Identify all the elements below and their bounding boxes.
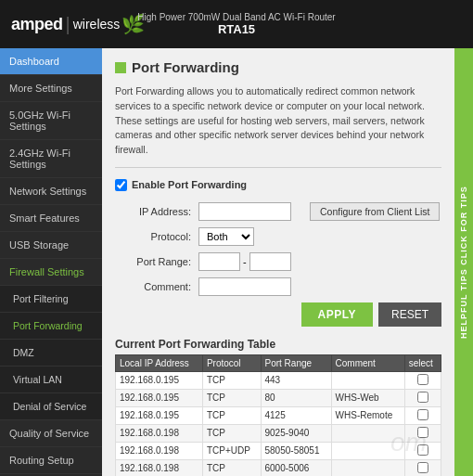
col-protocol: Protocol xyxy=(202,354,261,371)
page-title: Port Forwarding xyxy=(132,59,239,75)
cell-select[interactable] xyxy=(404,442,441,459)
cell-port-range: 58050-58051 xyxy=(261,442,331,459)
cell-select[interactable] xyxy=(404,389,441,406)
sidebar-item-network[interactable]: Network Settings xyxy=(0,178,102,205)
comment-label: Comment: xyxy=(115,281,198,292)
col-select: select xyxy=(404,354,441,371)
port-range-row: Port Range: - xyxy=(115,252,441,271)
cell-comment: WHS-Remote xyxy=(331,406,404,424)
cell-protocol: TCP xyxy=(202,459,261,476)
table-row: 192.168.0.198 TCP 6000-5006 xyxy=(116,459,441,476)
row-checkbox[interactable] xyxy=(417,374,428,385)
main-layout: Dashboard More Settings 5.0GHz Wi-Fi Set… xyxy=(0,48,473,476)
table-title: Current Port Forwarding Table xyxy=(115,338,441,351)
cell-protocol: TCP+UDP xyxy=(202,442,261,459)
tip-bar[interactable]: HELPFUL TIPS CLICK FOR TIPS xyxy=(454,48,473,476)
cell-select[interactable] xyxy=(404,406,441,424)
configure-from-client-btn[interactable]: Configure from Client List xyxy=(310,202,440,221)
page-title-bar: Port Forwarding xyxy=(115,59,441,75)
sidebar-item-port-filtering[interactable]: Port Filtering xyxy=(0,286,102,313)
header-center: High Power 700mW Dual Band AC Wi-Fi Rout… xyxy=(137,12,335,36)
port-dash: - xyxy=(243,256,247,267)
table-row: 192.168.0.198 TCP 9025-9040 xyxy=(116,424,441,442)
table-row: 192.168.0.195 TCP 443 xyxy=(116,371,441,389)
sidebar-item-usb[interactable]: USB Storage xyxy=(0,232,102,259)
row-checkbox[interactable] xyxy=(417,427,428,438)
sidebar-label-dos: Denial of Service xyxy=(13,401,86,412)
sidebar-label-24ghz: 2.4GHz Wi-Fi Settings xyxy=(9,148,70,170)
cell-port-range: 6000-5006 xyxy=(261,459,331,476)
cell-ip: 192.168.0.195 xyxy=(116,389,203,406)
action-buttons: APPLY RESET xyxy=(115,302,441,327)
logo-divider: | xyxy=(66,14,70,35)
cell-ip: 192.168.0.198 xyxy=(116,424,203,442)
sidebar-item-dos[interactable]: Denial of Service xyxy=(0,393,102,420)
sidebar-label-more: More Settings xyxy=(9,83,72,94)
cell-comment xyxy=(331,459,404,476)
port-range-end[interactable] xyxy=(249,252,291,271)
table-row: 192.168.0.198 TCP+UDP 58050-58051 xyxy=(116,442,441,459)
cell-port-range: 443 xyxy=(261,371,331,389)
table-row: 192.168.0.195 TCP 80 WHS-Web xyxy=(116,389,441,406)
row-checkbox[interactable] xyxy=(417,444,428,456)
row-checkbox[interactable] xyxy=(417,462,428,473)
sidebar-label-firewall: Firewall Settings xyxy=(9,266,84,277)
page-title-icon xyxy=(115,62,126,73)
col-comment: Comment xyxy=(331,354,404,371)
sidebar-label-port-forwarding: Port Forwarding xyxy=(13,320,83,331)
sidebar-item-port-forwarding[interactable]: Port Forwarding xyxy=(0,313,102,340)
sidebar-label-dmz: DMZ xyxy=(13,347,34,358)
sidebar-item-smart[interactable]: Smart Features xyxy=(0,205,102,232)
cell-ip: 192.168.0.195 xyxy=(116,371,203,389)
sidebar-label-smart: Smart Features xyxy=(9,212,80,224)
sidebar-label-usb: USB Storage xyxy=(9,239,69,251)
enable-label: Enable Port Forwarding xyxy=(132,179,247,190)
comment-input[interactable] xyxy=(198,277,291,296)
ip-address-input[interactable] xyxy=(198,202,291,221)
sidebar-item-dmz[interactable]: DMZ xyxy=(0,340,102,367)
cell-port-range: 4125 xyxy=(261,406,331,424)
cell-select[interactable] xyxy=(404,459,441,476)
sidebar-item-24ghz[interactable]: 2.4GHz Wi-Fi Settings xyxy=(0,140,102,178)
cell-select[interactable] xyxy=(404,424,441,442)
sidebar-item-firewall[interactable]: Firewall Settings xyxy=(0,259,102,286)
sidebar-item-5ghz[interactable]: 5.0GHz Wi-Fi Settings xyxy=(0,102,102,140)
sidebar-label-routing: Routing Setup xyxy=(9,455,74,466)
model-number: RTA15 xyxy=(137,22,335,36)
sidebar-item-qos[interactable]: Quality of Service xyxy=(0,420,102,447)
sidebar-item-more-settings[interactable]: More Settings xyxy=(0,75,102,102)
cell-ip: 192.168.0.195 xyxy=(116,406,203,424)
app-container: amped | wireless 🌿 High Power 700mW Dual… xyxy=(0,0,473,476)
apply-button[interactable]: APPLY xyxy=(301,302,373,327)
ip-address-row: IP Address: Configure from Client List xyxy=(115,202,441,221)
table-row: 192.168.0.195 TCP 4125 WHS-Remote xyxy=(116,406,441,424)
header: amped | wireless 🌿 High Power 700mW Dual… xyxy=(0,0,473,48)
row-checkbox[interactable] xyxy=(417,409,428,420)
enable-checkbox[interactable] xyxy=(115,179,127,191)
sidebar-label-5ghz: 5.0GHz Wi-Fi Settings xyxy=(9,109,70,132)
col-ip: Local IP Address xyxy=(116,354,203,371)
logo-main: amped xyxy=(11,15,63,34)
comment-row: Comment: xyxy=(115,277,441,296)
port-range-start[interactable] xyxy=(198,252,240,271)
sidebar-item-routing[interactable]: Routing Setup xyxy=(0,447,102,474)
reset-button[interactable]: RESET xyxy=(378,302,441,327)
page-description: Port Forwarding allows you to automatica… xyxy=(115,84,441,168)
cell-port-range: 80 xyxy=(261,389,331,406)
product-name: High Power 700mW Dual Band AC Wi-Fi Rout… xyxy=(137,12,335,22)
logo-wireless: wireless xyxy=(73,17,121,32)
cell-comment xyxy=(331,424,404,442)
sidebar-label-dashboard: Dashboard xyxy=(9,56,59,67)
cell-protocol: TCP xyxy=(202,371,261,389)
row-checkbox[interactable] xyxy=(417,392,428,403)
sidebar-item-vlan[interactable]: Virtual LAN xyxy=(0,367,102,393)
sidebar-label-vlan: Virtual LAN xyxy=(13,374,62,385)
col-port-range: Port Range xyxy=(261,354,331,371)
cell-protocol: TCP xyxy=(202,424,261,442)
protocol-label: Protocol: xyxy=(115,231,198,242)
sidebar-item-dashboard[interactable]: Dashboard xyxy=(0,48,102,75)
protocol-select[interactable]: Both TCP UDP TCP+UDP xyxy=(198,227,254,246)
cell-comment xyxy=(331,442,404,459)
cell-protocol: TCP xyxy=(202,406,261,424)
cell-select[interactable] xyxy=(404,371,441,389)
